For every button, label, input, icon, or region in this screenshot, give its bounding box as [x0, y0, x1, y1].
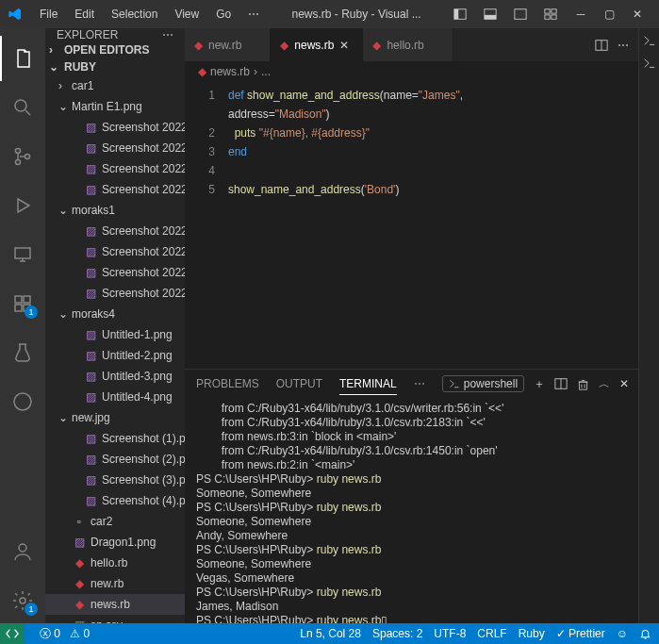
layout-panel-bottom-icon[interactable] [476, 0, 504, 28]
file-item[interactable]: ▨Screenshot 2022-01-... [45, 221, 185, 241]
status-feedback-icon[interactable]: ☺ [617, 627, 628, 640]
remote-indicator[interactable] [0, 623, 25, 644]
terminal-content[interactable]: from C:/Ruby31-x64/lib/ruby/3.1.0/csv/wr… [185, 398, 638, 623]
status-warnings[interactable]: ⚠ 0 [70, 627, 90, 640]
terminal-new-icon[interactable]: ＋ [534, 376, 545, 392]
file-item[interactable]: ▨Dragon1.png [45, 532, 185, 553]
editor-more-icon[interactable]: ⋯ [618, 39, 629, 52]
file-item[interactable]: ▨Screenshot (4).png [45, 490, 185, 511]
file-item[interactable]: ▨Screenshot (3).png [45, 470, 185, 490]
menu-go[interactable]: Go [208, 4, 239, 25]
file-item[interactable]: ▨Untitled-4.png [45, 387, 185, 407]
panel-more-icon[interactable]: ⋯ [414, 377, 425, 390]
activity-accounts-icon[interactable] [0, 529, 45, 574]
file-type-icon: ▨ [83, 349, 98, 362]
folder-item[interactable]: ⌄new.jpg [45, 407, 185, 428]
status-language[interactable]: Ruby [519, 627, 545, 640]
breadcrumb[interactable]: ◆ news.rb › ... [185, 61, 638, 82]
file-type-icon: ▨ [83, 121, 98, 134]
file-item[interactable]: ▨Untitled-1.png [45, 324, 185, 345]
editor-tab[interactable]: ◆news.rb✕ [271, 28, 363, 61]
svg-point-18 [14, 393, 31, 410]
menu-view[interactable]: View [167, 4, 206, 25]
minimap[interactable] [582, 82, 638, 369]
terminal-secondary-icon[interactable] [643, 57, 656, 70]
file-type-icon: ▨ [83, 224, 98, 238]
panel-maximize-icon[interactable]: ︿ [599, 376, 610, 392]
svg-point-11 [16, 160, 21, 165]
activity-source-control-icon[interactable] [0, 134, 45, 179]
activity-testing-icon[interactable] [0, 330, 45, 375]
file-item[interactable]: ▨Untitled-3.png [45, 366, 185, 387]
section-root[interactable]: ⌄RUBY [45, 58, 185, 75]
sidebar: EXPLORER ⋯ ›OPEN EDITORS ⌄RUBY ›car1⌄Mar… [45, 28, 185, 623]
code-editor[interactable]: 1 2345 def show_name_and_address(name="J… [185, 82, 638, 369]
file-type-icon: ▨ [83, 473, 98, 487]
layout-panel-right-icon[interactable] [506, 0, 535, 28]
editor-tab[interactable]: ◆new.rb✕ [185, 28, 271, 61]
panel-tab-output[interactable]: OUTPUT [276, 373, 322, 394]
file-item[interactable]: ▨Screenshot 2022-01-... [45, 241, 185, 262]
file-item[interactable]: ◆new.rb [45, 573, 185, 594]
menu-selection[interactable]: Selection [104, 4, 165, 25]
folder-item[interactable]: ⌄Martin E1.png [45, 96, 185, 117]
layout-panel-left-icon[interactable] [446, 0, 474, 28]
sidebar-more-icon[interactable]: ⋯ [162, 28, 173, 41]
svg-point-9 [15, 100, 26, 111]
folder-item[interactable]: ›car1 [45, 75, 185, 96]
section-open-editors[interactable]: ›OPEN EDITORS [45, 41, 185, 58]
folder-item[interactable]: ⌄moraks4 [45, 304, 185, 324]
status-bell-icon[interactable] [639, 628, 651, 640]
file-item[interactable]: ▨Screenshot 2022-02-... [45, 179, 185, 200]
terminal-split-icon[interactable] [554, 377, 568, 390]
maximize-button[interactable]: ▢ [595, 0, 623, 28]
file-item[interactable]: ▨Screenshot 2022-02-... [45, 262, 185, 283]
editor-tab[interactable]: ◆hello.rb✕ [363, 28, 453, 61]
menu-file[interactable]: File [32, 4, 65, 25]
file-item[interactable]: ◆hello.rb [45, 553, 185, 573]
file-item[interactable]: ▫car2 [45, 511, 185, 532]
layout-customize-icon[interactable] [536, 0, 565, 28]
panel-close-icon[interactable]: ✕ [619, 377, 629, 390]
file-item[interactable]: ▨Screenshot 2022-02-... [45, 158, 185, 179]
status-errors[interactable]: ⓧ 0 [40, 626, 60, 642]
split-editor-icon[interactable] [595, 39, 608, 52]
file-item[interactable]: ▨Screenshot (2).png [45, 449, 185, 470]
close-button[interactable]: ✕ [623, 0, 651, 28]
file-item[interactable]: ◆news.rb [45, 594, 185, 615]
panel-tab-problems[interactable]: PROBLEMS [196, 373, 259, 394]
status-prettier[interactable]: ✓ Prettier [556, 627, 605, 640]
file-item[interactable]: ▦sp.csv [45, 615, 185, 623]
menu-more-icon[interactable]: ⋯ [240, 4, 267, 25]
activity-run-debug-icon[interactable] [0, 183, 45, 228]
file-type-icon: ▨ [83, 494, 98, 507]
svg-rect-1 [454, 9, 458, 20]
activity-settings-icon[interactable]: 1 [0, 578, 45, 623]
status-encoding[interactable]: UTF-8 [434, 627, 466, 640]
activity-github-icon[interactable] [0, 379, 45, 424]
minimize-button[interactable]: ─ [567, 0, 595, 28]
terminal-kill-icon[interactable] [577, 378, 589, 390]
status-bar: ⓧ 0 ⚠ 0 Ln 5, Col 28 Spaces: 2 UTF-8 CRL… [0, 623, 659, 644]
terminal-shell-dropdown[interactable]: powershell [442, 375, 524, 392]
menu-edit[interactable]: Edit [67, 4, 102, 25]
tree-item-label: Untitled-3.png [102, 370, 173, 383]
activity-explorer-icon[interactable] [0, 36, 45, 81]
file-item[interactable]: ▨Screenshot 2022-02-... [45, 138, 185, 158]
folder-item[interactable]: ⌄moraks1 [45, 200, 185, 221]
tree-item-label: Screenshot 2022-02-... [102, 183, 185, 196]
file-item[interactable]: ▨Screenshot 2022-02-... [45, 283, 185, 304]
activity-extensions-icon[interactable]: 1 [0, 281, 45, 326]
status-spaces[interactable]: Spaces: 2 [372, 627, 422, 640]
panel-tab-terminal[interactable]: TERMINAL [339, 373, 397, 395]
file-item[interactable]: ▨Screenshot (1).png [45, 428, 185, 449]
terminal-plus-icon[interactable] [643, 34, 656, 47]
tab-close-icon[interactable]: ✕ [339, 39, 353, 52]
tree-item-label: Screenshot (3).png [102, 473, 185, 487]
status-ln-col[interactable]: Ln 5, Col 28 [300, 627, 361, 640]
file-item[interactable]: ▨Untitled-2.png [45, 345, 185, 366]
file-item[interactable]: ▨Screenshot 2022-01-... [45, 117, 185, 138]
activity-remote-icon[interactable] [0, 232, 45, 277]
activity-search-icon[interactable] [0, 85, 45, 130]
status-eol[interactable]: CRLF [477, 627, 506, 640]
